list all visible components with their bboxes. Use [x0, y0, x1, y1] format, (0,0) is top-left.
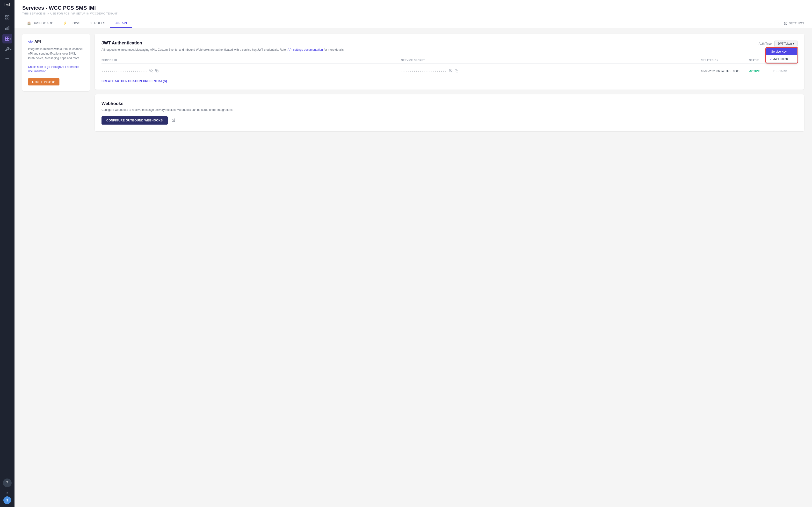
- main-content: Services - WCC PCS SMS IMI THIS SERVICE …: [14, 0, 812, 507]
- expand-button[interactable]: »: [6, 491, 8, 495]
- sidebar: imi ▶ ▶ ? » S: [0, 0, 14, 507]
- content-area: </> API Integrate in minutes with our mu…: [14, 28, 812, 507]
- credentials-table-header: SERVICE ID SERVICE SECRET CREATED ON STA…: [101, 57, 798, 64]
- sidebar-item-list[interactable]: [2, 55, 12, 65]
- svg-rect-7: [6, 37, 7, 39]
- service-id-reveal-button[interactable]: [149, 68, 153, 74]
- webhooks-title: Webhooks: [101, 101, 798, 106]
- auth-type-label: Auth Type:: [759, 42, 772, 45]
- tab-flows[interactable]: ⚡ FLOWS: [58, 19, 85, 28]
- dropdown-item-jwt-token[interactable]: JWT Token: [766, 55, 797, 62]
- api-reference-link[interactable]: Check here to go through API reference d…: [28, 65, 84, 73]
- configure-webhooks-button[interactable]: CONFIGURE OUTBOUND WEBHOOKS: [101, 116, 168, 125]
- auth-type-row: Auth Type: JWT Token ▾ Service Key JWT T…: [759, 41, 798, 47]
- jwt-auth-card: JWT Authentication Auth Type: JWT Token …: [95, 34, 804, 90]
- home-icon: 🏠: [27, 21, 31, 25]
- jwt-card-title: JWT Authentication: [101, 41, 798, 46]
- create-credential-link[interactable]: CREATE AUTHENTICATION CREDENTIAL(S): [101, 79, 167, 83]
- action-cell: DISCARD: [773, 69, 798, 73]
- svg-rect-1: [8, 16, 9, 17]
- table-row: •••••••••••••••••••••• •••••••••••••••••…: [101, 66, 798, 76]
- tab-dashboard[interactable]: 🏠 DASHBOARD: [22, 19, 58, 28]
- svg-line-19: [173, 119, 175, 120]
- avatar[interactable]: S: [3, 496, 11, 504]
- sidebar-item-analytics[interactable]: [2, 23, 12, 33]
- created-on-cell: 16-08-2021 06:24 UTC +0000: [701, 69, 749, 73]
- settings-button[interactable]: SETTINGS: [784, 22, 804, 25]
- svg-rect-18: [456, 70, 458, 72]
- flows-icon: ⚡: [63, 21, 67, 25]
- service-secret-value: ••••••••••••••••••••••: [401, 69, 447, 73]
- chevron-down-icon: ▾: [793, 42, 794, 45]
- auth-type-dropdown-menu: Service Key JWT Token: [766, 48, 798, 63]
- service-id-cell: ••••••••••••••••••••••: [101, 68, 401, 74]
- tabs: 🏠 DASHBOARD ⚡ FLOWS ✕ RULES </> API: [22, 19, 804, 28]
- svg-point-14: [785, 23, 786, 24]
- service-secret-cell: ••••••••••••••••••••••: [401, 68, 701, 74]
- service-secret-reveal-button[interactable]: [449, 68, 453, 74]
- svg-rect-10: [7, 39, 9, 41]
- api-section-title: </> API: [28, 40, 84, 44]
- svg-rect-5: [7, 27, 7, 30]
- left-panel: </> API Integrate in minutes with our mu…: [22, 34, 90, 501]
- sidebar-item-tools[interactable]: ▶: [2, 44, 12, 54]
- webhooks-description: Configure webhooks to receive message de…: [101, 108, 798, 112]
- api-description: Integrate in minutes with our multi-chan…: [28, 47, 84, 61]
- svg-rect-9: [6, 39, 7, 41]
- status-badge: ACTIVE: [749, 69, 760, 73]
- service-id-value: ••••••••••••••••••••••: [101, 69, 147, 73]
- svg-rect-6: [8, 26, 9, 30]
- api-icon: </>: [115, 21, 120, 24]
- svg-rect-3: [8, 18, 9, 19]
- external-link-icon[interactable]: [171, 118, 175, 123]
- help-button[interactable]: ?: [3, 478, 12, 487]
- svg-rect-4: [6, 28, 6, 30]
- svg-rect-16: [156, 70, 158, 72]
- status-cell: ACTIVE: [749, 69, 773, 73]
- svg-rect-8: [7, 37, 9, 39]
- webhooks-card: Webhooks Configure webhooks to receive m…: [95, 95, 804, 131]
- page-subtitle: THIS SERVICE IS IN USE FOR PCS IVR SETUP…: [22, 12, 804, 15]
- rules-icon: ✕: [90, 21, 93, 25]
- tab-rules[interactable]: ✕ RULES: [85, 19, 110, 28]
- discard-button[interactable]: DISCARD: [773, 69, 788, 73]
- dropdown-item-service-key[interactable]: Service Key: [766, 48, 797, 55]
- svg-rect-2: [6, 18, 7, 19]
- col-service-id: SERVICE ID: [101, 59, 401, 62]
- col-created-on: CREATED ON: [701, 59, 749, 62]
- jwt-card-description: All requests to imiconnect Messaging API…: [101, 48, 798, 52]
- sidebar-logo: imi: [4, 3, 10, 7]
- run-in-postman-button[interactable]: ▶ Run in Postman: [28, 78, 59, 86]
- settings-icon: [784, 22, 788, 25]
- auth-type-dropdown[interactable]: JWT Token ▾ Service Key JWT Token: [774, 41, 798, 47]
- sidebar-item-dashboard[interactable]: [2, 12, 12, 22]
- code-icon: </>: [28, 40, 33, 44]
- page-header: Services - WCC PCS SMS IMI THIS SERVICE …: [14, 0, 812, 28]
- right-panel: JWT Authentication Auth Type: JWT Token …: [95, 34, 804, 501]
- api-info-card: </> API Integrate in minutes with our mu…: [22, 34, 90, 91]
- tab-api[interactable]: </> API: [110, 19, 132, 28]
- service-secret-copy-button[interactable]: [454, 68, 459, 74]
- svg-rect-0: [6, 16, 7, 17]
- api-settings-doc-link[interactable]: API settings documentation: [288, 48, 323, 51]
- auth-type-button[interactable]: JWT Token ▾: [774, 41, 798, 47]
- service-id-copy-button[interactable]: [155, 68, 159, 74]
- page-title: Services - WCC PCS SMS IMI: [22, 5, 804, 11]
- col-service-secret: SERVICE SECRET: [401, 59, 701, 62]
- sidebar-item-modules[interactable]: ▶: [2, 34, 12, 44]
